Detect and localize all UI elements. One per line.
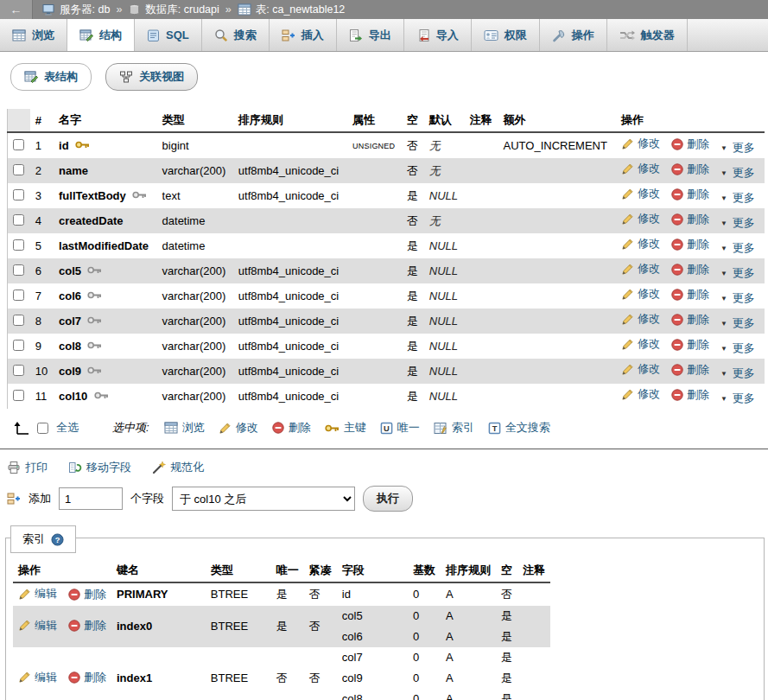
index-null: 是	[496, 689, 517, 700]
row-checkbox[interactable]	[13, 164, 24, 175]
tab-structure[interactable]: 结构	[67, 19, 135, 51]
tab-label: 导出	[369, 28, 391, 43]
go-button[interactable]: 执行	[363, 486, 413, 512]
divider	[0, 449, 768, 449]
row-checkbox[interactable]	[13, 340, 24, 351]
pencil-icon	[18, 619, 31, 632]
drop-link[interactable]: 删除	[671, 162, 709, 177]
check-all-link[interactable]: 全选	[56, 420, 79, 436]
drop-link[interactable]: 删除	[671, 262, 709, 277]
change-link[interactable]: 修改	[621, 236, 660, 251]
tab-privileges[interactable]: 权限	[472, 19, 540, 51]
index-edit-link[interactable]: 编辑	[18, 586, 57, 601]
change-link[interactable]: 修改	[621, 361, 660, 377]
row-checkbox[interactable]	[13, 239, 24, 251]
more-link[interactable]: ▼更多	[720, 165, 755, 181]
more-link[interactable]: ▼更多	[720, 215, 755, 231]
tab-export[interactable]: 导出	[337, 19, 404, 51]
tool-print[interactable]: 打印	[7, 460, 48, 475]
tab-browse[interactable]: 浏览	[0, 19, 67, 51]
column-header: 操作	[616, 109, 765, 132]
breadcrumb-table[interactable]: 表: ca_newtable12	[256, 3, 346, 17]
drop-link[interactable]: 删除	[671, 187, 709, 202]
index-edit-link[interactable]: 编辑	[18, 670, 57, 685]
selected-action-drop[interactable]: 删除	[272, 420, 311, 436]
more-link[interactable]: ▼更多	[720, 315, 755, 331]
tab-relation-view[interactable]: 关联视图	[105, 63, 198, 91]
selected-action-fulltext[interactable]: T全文搜索	[488, 420, 550, 436]
row-checkbox[interactable]	[13, 290, 24, 301]
column-name: col6	[54, 283, 157, 309]
check-all-checkbox[interactable]	[37, 423, 48, 434]
index-comment	[517, 606, 550, 627]
row-checkbox[interactable]	[13, 189, 24, 200]
row-checkbox[interactable]	[13, 315, 24, 326]
tool-normalize[interactable]: 规范化	[152, 460, 204, 475]
back-button[interactable]: ←	[0, 0, 33, 19]
columns-table: #名字类型排序规则属性空默认注释额外操作 1id bigintUNSIGNED否…	[7, 109, 765, 409]
column-extra	[498, 208, 616, 233]
drop-link[interactable]: 删除	[671, 387, 709, 403]
index-collation: A	[441, 668, 496, 689]
pencil-icon	[219, 422, 232, 435]
row-checkbox[interactable]	[13, 264, 24, 276]
change-link[interactable]: 修改	[621, 186, 660, 201]
change-link[interactable]: 修改	[621, 336, 660, 352]
tab-search[interactable]: 搜索	[202, 19, 270, 51]
tab-triggers[interactable]: 触发器	[607, 19, 688, 51]
selected-action-primary[interactable]: 主键	[325, 420, 366, 436]
more-link[interactable]: ▼更多	[720, 190, 755, 206]
index-drop-link[interactable]: 删除	[68, 587, 106, 602]
row-checkbox[interactable]	[13, 139, 24, 150]
row-checkbox[interactable]	[13, 390, 24, 401]
more-link[interactable]: ▼更多	[720, 240, 755, 256]
drop-link[interactable]: 删除	[671, 337, 709, 353]
drop-link[interactable]: 删除	[671, 237, 709, 252]
change-link[interactable]: 修改	[621, 386, 660, 402]
more-link[interactable]: ▼更多	[720, 290, 755, 306]
pencil-icon	[18, 671, 31, 684]
tool-move-columns[interactable]: 移动字段	[68, 460, 131, 475]
column-collation: utf8mb4_unicode_ci	[233, 183, 347, 208]
tab-import[interactable]: 导入	[404, 19, 472, 51]
breadcrumb-database[interactable]: 数据库: crudapi	[145, 3, 219, 17]
help-icon[interactable]: ?	[51, 533, 64, 546]
index-edit-link[interactable]: 编辑	[18, 618, 57, 633]
row-checkbox[interactable]	[13, 214, 24, 226]
more-link[interactable]: ▼更多	[720, 265, 755, 281]
change-link[interactable]: 修改	[621, 211, 660, 226]
tab-insert[interactable]: 插入	[270, 19, 337, 51]
more-link[interactable]: ▼更多	[720, 140, 755, 156]
selected-action-unique[interactable]: U唯一	[380, 420, 420, 436]
column-null: 是	[402, 283, 424, 309]
add-field-count-input[interactable]	[59, 487, 123, 510]
index-key-icon	[87, 340, 102, 350]
selected-action-index[interactable]: 索引	[434, 420, 474, 436]
tab-table-structure[interactable]: 表结构	[10, 63, 92, 91]
change-link[interactable]: 修改	[621, 286, 660, 302]
drop-link[interactable]: 删除	[671, 137, 709, 152]
change-link[interactable]: 修改	[621, 261, 660, 277]
more-link[interactable]: ▼更多	[720, 366, 755, 381]
tab-sql[interactable]: SQL	[135, 19, 202, 51]
minus-icon	[671, 138, 683, 150]
index-actions: 编辑删除	[13, 582, 111, 606]
more-link[interactable]: ▼更多	[720, 391, 755, 406]
selected-action-change[interactable]: 修改	[219, 420, 258, 436]
add-field-position-select[interactable]: 于 col10 之后	[172, 487, 355, 511]
tab-operations[interactable]: 操作	[540, 19, 607, 51]
drop-link[interactable]: 删除	[671, 362, 709, 378]
change-link[interactable]: 修改	[621, 311, 660, 327]
drop-link[interactable]: 删除	[671, 287, 709, 302]
change-link[interactable]: 修改	[621, 136, 660, 151]
more-link[interactable]: ▼更多	[720, 340, 755, 356]
index-cardinality: 0	[408, 689, 441, 700]
drop-link[interactable]: 删除	[671, 212, 709, 227]
selected-action-browse[interactable]: 浏览	[164, 420, 205, 436]
index-drop-link[interactable]: 删除	[68, 618, 106, 633]
index-drop-link[interactable]: 删除	[68, 670, 106, 685]
row-checkbox[interactable]	[13, 365, 24, 376]
drop-link[interactable]: 删除	[671, 312, 709, 328]
change-link[interactable]: 修改	[621, 161, 660, 176]
breadcrumb-server[interactable]: 服务器: db	[60, 3, 110, 17]
